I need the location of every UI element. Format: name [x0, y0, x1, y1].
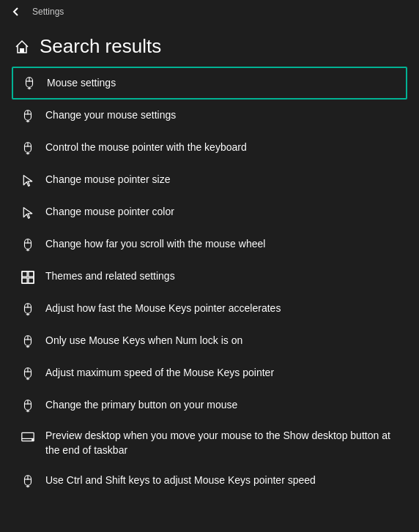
- svg-marker-17: [23, 207, 31, 218]
- svg-rect-24: [22, 271, 27, 276]
- home-icon: [15, 40, 29, 54]
- svg-rect-27: [29, 277, 34, 282]
- result-item-change-mouse-settings[interactable]: Change your mouse settings: [12, 100, 407, 132]
- svg-rect-23: [22, 271, 34, 282]
- result-item-pointer-color[interactable]: Change mouse pointer color: [12, 196, 407, 228]
- result-text: Preview desktop when you move your mouse…: [45, 429, 398, 457]
- result-text: Mouse settings: [47, 76, 116, 91]
- result-item-mouse-keys-accel[interactable]: Adjust how fast the Mouse Keys pointer a…: [12, 293, 407, 325]
- result-text: Adjust maximum speed of the Mouse Keys p…: [45, 366, 274, 381]
- themes-icon: [21, 270, 35, 285]
- svg-rect-50: [32, 439, 34, 441]
- pointer-color-icon: [21, 206, 35, 220]
- pointer-icon: [21, 173, 35, 188]
- result-item-control-mouse-pointer[interactable]: Control the mouse pointer with the keybo…: [12, 132, 407, 164]
- result-text: Change the primary button on your mouse: [45, 398, 237, 413]
- result-text: Change your mouse settings: [45, 108, 176, 123]
- mouse-icon: [21, 334, 35, 349]
- result-text: Change mouse pointer size: [45, 173, 170, 187]
- result-item-ctrl-shift-keys[interactable]: Use Ctrl and Shift keys to adjust Mouse …: [12, 465, 407, 497]
- mouse-icon: [21, 474, 35, 489]
- title-bar-label: Settings: [32, 7, 64, 17]
- title-bar: Settings: [0, 0, 419, 23]
- result-text: Change mouse pointer color: [45, 205, 174, 220]
- result-item-mouse-keys-numlock[interactable]: Only use Mouse Keys when Num lock is on: [12, 325, 407, 357]
- page-header: Search results: [0, 23, 419, 67]
- mouse-icon: [21, 109, 35, 124]
- result-item-pointer-size[interactable]: Change mouse pointer size: [12, 164, 407, 196]
- mouse-icon: [21, 302, 35, 317]
- result-text: Control the mouse pointer with the keybo…: [45, 141, 247, 155]
- result-item-mouse-settings[interactable]: Mouse settings: [12, 67, 407, 100]
- result-text: Only use Mouse Keys when Num lock is on: [45, 334, 242, 348]
- page-title: Search results: [40, 35, 161, 58]
- result-item-preview-desktop[interactable]: Preview desktop when you move your mouse…: [12, 422, 407, 465]
- mouse-icon: [22, 76, 37, 91]
- back-button[interactable]: [9, 4, 23, 19]
- mouse-icon: [21, 399, 35, 413]
- result-item-scroll[interactable]: Change how far you scroll with the mouse…: [12, 228, 407, 261]
- result-item-mouse-keys-speed[interactable]: Adjust maximum speed of the Mouse Keys p…: [12, 357, 407, 389]
- results-list: Mouse settings Change your mouse setting…: [0, 67, 419, 497]
- result-item-primary-button[interactable]: Change the primary button on your mouse: [12, 389, 407, 422]
- svg-marker-16: [23, 175, 31, 186]
- svg-rect-26: [22, 277, 27, 282]
- mouse-icon: [21, 367, 35, 381]
- taskbar-icon: [21, 430, 35, 444]
- svg-rect-25: [29, 271, 34, 276]
- result-text: Change how far you scroll with the mouse…: [45, 237, 265, 252]
- svg-rect-0: [20, 48, 24, 53]
- result-text: Adjust how fast the Mouse Keys pointer a…: [45, 301, 281, 316]
- result-item-themes[interactable]: Themes and related settings: [12, 261, 407, 293]
- mouse-scroll-icon: [21, 238, 35, 252]
- result-text: Use Ctrl and Shift keys to adjust Mouse …: [45, 473, 316, 488]
- mouse-icon: [21, 141, 35, 156]
- result-text: Themes and related settings: [45, 269, 175, 284]
